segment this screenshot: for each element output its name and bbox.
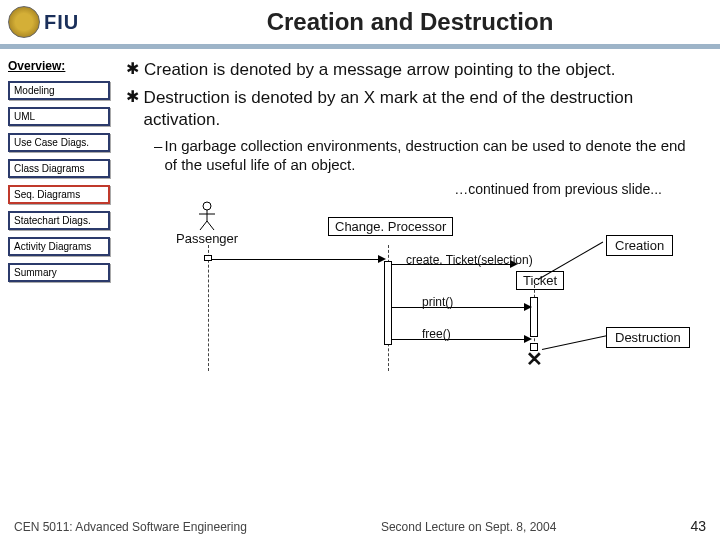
- sidebar: Overview: Modeling UML Use Case Diags. C…: [0, 49, 118, 469]
- activation-processor: [384, 261, 392, 345]
- bullet-2: ✱ Destruction is denoted by an X mark at…: [126, 87, 702, 131]
- arrowhead-icon: [378, 255, 386, 263]
- activation-passenger: [204, 255, 212, 261]
- bullet-icon: ✱: [126, 87, 144, 131]
- page-title: Creation and Destruction: [108, 8, 712, 36]
- callout-line: [542, 335, 607, 350]
- arrow-line: [212, 259, 384, 260]
- subbullet: – In garbage collection environments, de…: [154, 137, 702, 175]
- callout-creation: Creation: [606, 235, 673, 256]
- logo: FIU: [8, 3, 108, 41]
- continued-note: …continued from previous slide...: [126, 181, 662, 197]
- footer: CEN 5011: Advanced Software Engineering …: [0, 518, 720, 534]
- bullet-1-text: Creation is denoted by a message arrow p…: [144, 59, 616, 81]
- footer-left: CEN 5011: Advanced Software Engineering: [14, 520, 247, 534]
- arrowhead-icon: [524, 303, 532, 311]
- seal-icon: [8, 6, 40, 38]
- object-ticket: Ticket: [516, 271, 564, 290]
- msg-print: print(): [422, 295, 453, 309]
- subbullet-text: In garbage collection environments, dest…: [165, 137, 703, 175]
- svg-point-0: [203, 202, 211, 210]
- sidebar-heading: Overview:: [8, 59, 110, 73]
- sidebar-item-statechart[interactable]: Statechart Diags.: [8, 211, 110, 230]
- sidebar-item-modeling[interactable]: Modeling: [8, 81, 110, 100]
- bullet-1: ✱ Creation is denoted by a message arrow…: [126, 59, 702, 81]
- bullet-icon: ✱: [126, 59, 144, 81]
- bullet-2-text: Destruction is denoted by an X mark at t…: [144, 87, 702, 131]
- callout-line: [538, 241, 603, 279]
- object-processor: Change. Processor: [328, 217, 453, 236]
- sidebar-item-summary[interactable]: Summary: [8, 263, 110, 282]
- logo-text: FIU: [44, 11, 79, 34]
- slide-number: 43: [690, 518, 706, 534]
- sidebar-item-class[interactable]: Class Diagrams: [8, 159, 110, 178]
- lifeline-passenger: [208, 245, 209, 371]
- arrowhead-icon: [524, 335, 532, 343]
- actor-icon: [196, 201, 218, 231]
- arrow-line: [392, 307, 530, 308]
- svg-line-3: [200, 221, 207, 230]
- footer-right: Second Lecture on Sept. 8, 2004: [381, 520, 556, 534]
- body: Overview: Modeling UML Use Case Diags. C…: [0, 49, 720, 469]
- content: ✱ Creation is denoted by a message arrow…: [118, 49, 720, 469]
- arrow-line: [392, 339, 530, 340]
- actor-label: Passenger: [176, 231, 238, 246]
- x-mark-icon: ✕: [526, 347, 543, 371]
- actor-passenger: Passenger: [176, 201, 238, 246]
- svg-line-4: [207, 221, 214, 230]
- sidebar-item-usecase[interactable]: Use Case Diags.: [8, 133, 110, 152]
- header: FIU Creation and Destruction: [0, 0, 720, 48]
- sidebar-item-activity[interactable]: Activity Diagrams: [8, 237, 110, 256]
- sidebar-item-uml[interactable]: UML: [8, 107, 110, 126]
- sequence-diagram: Passenger Change. Processor Ticket creat…: [126, 199, 702, 379]
- msg-free: free(): [422, 327, 451, 341]
- dash-icon: –: [154, 137, 165, 175]
- callout-destruction: Destruction: [606, 327, 690, 348]
- msg-create: create. Ticket(selection): [406, 253, 533, 267]
- sidebar-item-seq[interactable]: Seq. Diagrams: [8, 185, 110, 204]
